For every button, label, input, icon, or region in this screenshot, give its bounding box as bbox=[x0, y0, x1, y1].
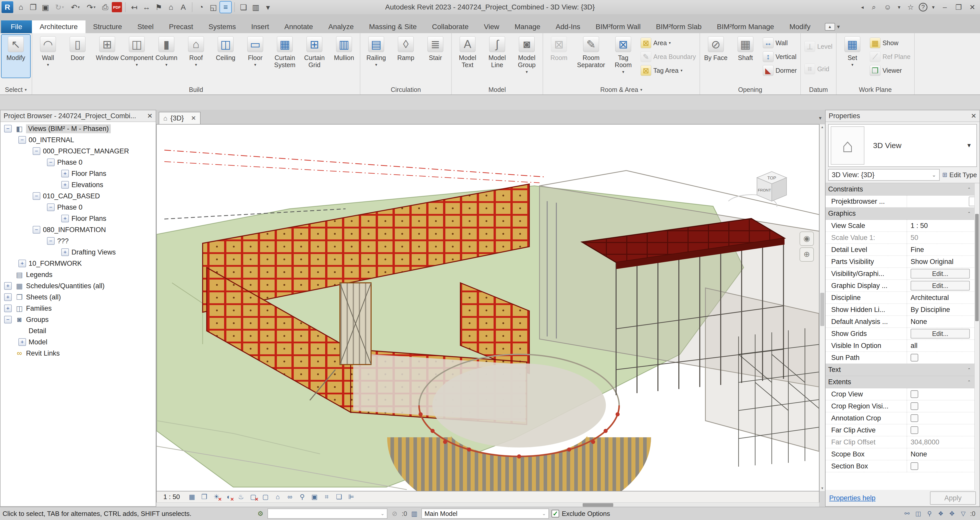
tree-item-detail[interactable]: −Detail bbox=[0, 325, 156, 337]
ceiling-button[interactable]: ◫Ceiling bbox=[211, 35, 240, 78]
property-value[interactable] bbox=[907, 352, 980, 364]
close-icon[interactable]: ✕ bbox=[967, 2, 978, 13]
curtain-system-button[interactable]: ▦Curtain System bbox=[270, 35, 299, 78]
tab-systems[interactable]: Systems bbox=[201, 21, 243, 33]
tree-item-080-information[interactable]: −080_INFORMATION bbox=[0, 224, 156, 235]
property-value[interactable] bbox=[907, 196, 980, 207]
search-icon[interactable]: ⌕ bbox=[868, 2, 880, 13]
exclude-options-toggle[interactable]: ✓ Exclude Options bbox=[552, 510, 610, 518]
type-selector-caret-icon[interactable]: ▼ bbox=[966, 142, 972, 149]
sync-icon[interactable]: ↻▾ bbox=[52, 2, 67, 13]
temporary-hide-isolate-icon[interactable]: ∞ bbox=[285, 493, 295, 502]
select-pinned-icon[interactable]: ⚲ bbox=[925, 509, 934, 518]
tab-precast[interactable]: Precast bbox=[161, 21, 201, 33]
tree-item-10-formwork[interactable]: +10_FORMWORK bbox=[0, 258, 156, 269]
wall-button[interactable]: ◠Wall▾ bbox=[34, 35, 62, 78]
section-icon[interactable]: ◱ bbox=[208, 2, 219, 13]
expand-icon[interactable]: + bbox=[4, 293, 12, 301]
property-value[interactable] bbox=[907, 388, 980, 400]
railing-button[interactable]: ▤Railing▾ bbox=[362, 35, 390, 78]
close-hidden-windows-icon[interactable]: ❏ bbox=[238, 2, 249, 13]
temporary-view-properties-icon[interactable]: ▣ bbox=[310, 493, 319, 502]
exclude-options-checkbox[interactable]: ✓ bbox=[552, 510, 559, 517]
customize-qat-icon[interactable]: ▾ bbox=[262, 2, 274, 13]
expand-icon[interactable]: + bbox=[4, 305, 12, 312]
panel-label-circulation[interactable]: Circulation bbox=[362, 85, 450, 94]
property-value[interactable] bbox=[907, 424, 980, 436]
viewcube[interactable]: TOP FRONT bbox=[729, 172, 787, 207]
switch-windows-icon[interactable]: ▥ bbox=[250, 2, 261, 13]
filter-icon[interactable]: ▽ bbox=[959, 509, 967, 518]
viewer-button[interactable]: ❒Viewer bbox=[868, 64, 913, 77]
aligned-dimension-icon[interactable]: ↤ bbox=[129, 2, 140, 13]
drag-on-selection-icon[interactable]: ✥ bbox=[948, 509, 956, 518]
property-value[interactable]: Edit... bbox=[907, 280, 980, 292]
property-value[interactable]: Edit... bbox=[907, 328, 980, 340]
crop-view-icon[interactable]: ▢✕ bbox=[248, 493, 258, 502]
model-group-button[interactable]: ◙Model Group▾ bbox=[512, 35, 541, 78]
tab-view[interactable]: View bbox=[476, 21, 507, 33]
property-value[interactable]: None bbox=[907, 448, 980, 460]
property-value[interactable]: 1 : 50 bbox=[907, 220, 980, 231]
panel-label-model[interactable]: Model bbox=[453, 85, 541, 94]
model-text-button[interactable]: AModel Text bbox=[453, 35, 482, 78]
panel-label-room-area[interactable]: Room & Area▾ bbox=[545, 85, 698, 94]
scroll-up-icon[interactable]: ▲ bbox=[820, 124, 825, 130]
mullion-button[interactable]: ▥Mullion bbox=[330, 35, 358, 78]
tree-item-views-bim-m-phasen[interactable]: −◧Views (BIM² - M - Phasen) bbox=[0, 123, 156, 134]
canvas-vertical-scrollbar[interactable]: ▲ ▼ bbox=[819, 124, 825, 491]
set-button[interactable]: ▦Set▾ bbox=[838, 35, 867, 78]
property-value[interactable]: all bbox=[907, 340, 980, 351]
property-value[interactable]: 304,8000 bbox=[907, 436, 980, 448]
tree-item-drafting-views[interactable]: +Drafting Views bbox=[0, 247, 156, 258]
tab-manage[interactable]: Manage bbox=[507, 21, 548, 33]
worksets-icon[interactable]: ⚙ bbox=[256, 509, 265, 518]
tab-steel[interactable]: Steel bbox=[130, 21, 161, 33]
tab-analyze[interactable]: Analyze bbox=[321, 21, 361, 33]
grid-button[interactable]: ⌗Grid bbox=[802, 63, 835, 75]
help-dropdown-icon[interactable]: ▾ bbox=[930, 2, 937, 13]
component-button[interactable]: ◫Component▾ bbox=[123, 35, 151, 78]
select-links-icon[interactable]: ⚯ bbox=[903, 509, 912, 518]
show-analytical-model-icon[interactable]: ⌗ bbox=[322, 493, 331, 502]
tree-item-model[interactable]: +Model bbox=[0, 337, 156, 348]
sun-path-checkbox[interactable] bbox=[911, 354, 918, 362]
restore-icon[interactable]: ❐ bbox=[953, 2, 964, 13]
instance-selector-combo[interactable]: 3D View: {3D} ⌄ bbox=[828, 169, 940, 181]
view-scale-button[interactable]: 1 : 50 bbox=[163, 493, 180, 501]
collapse-icon[interactable]: − bbox=[47, 158, 55, 166]
expand-icon[interactable]: + bbox=[61, 215, 69, 222]
tab-collaborate[interactable]: Collaborate bbox=[425, 21, 476, 33]
wall-button[interactable]: ↔Wall bbox=[761, 37, 799, 49]
modify-button[interactable]: ↖Modify bbox=[2, 35, 30, 78]
thin-lines-icon[interactable]: ≡ bbox=[220, 2, 231, 13]
horizontal-scroll-thumb[interactable] bbox=[583, 503, 613, 507]
tree-item-elevations[interactable]: +Elevations bbox=[0, 179, 156, 190]
home-icon[interactable]: ⌂ bbox=[15, 2, 27, 13]
tree-item-revit-links[interactable]: −∞Revit Links bbox=[0, 348, 156, 359]
property-value[interactable]: 50 bbox=[907, 232, 980, 244]
measure-icon[interactable]: ↔ bbox=[141, 2, 152, 13]
section-box-checkbox[interactable] bbox=[911, 462, 918, 470]
tag-room-button[interactable]: ⊠Tag Room▾ bbox=[609, 35, 638, 78]
graphic-display-edit-button[interactable]: Edit... bbox=[911, 281, 970, 290]
far-clip-active-checkbox[interactable] bbox=[911, 426, 918, 434]
collapse-icon[interactable]: − bbox=[33, 226, 40, 234]
view-tab-close-icon[interactable]: ✕ bbox=[191, 115, 196, 122]
expand-icon[interactable]: + bbox=[18, 338, 26, 346]
view-tab-list-button[interactable]: ▾ bbox=[819, 112, 821, 124]
panel-label-build[interactable]: Build bbox=[34, 85, 358, 94]
panel-label-select[interactable]: Select▾ bbox=[2, 85, 30, 94]
floor-button[interactable]: ▭Floor▾ bbox=[241, 35, 269, 78]
back-icon[interactable]: ◂ bbox=[859, 2, 865, 13]
by-face-button[interactable]: ⊘By Face bbox=[702, 35, 730, 78]
save-icon[interactable]: ▣ bbox=[40, 2, 51, 13]
dormer-button[interactable]: ◣Dormer bbox=[761, 64, 799, 77]
type-selector[interactable]: ⌂ 3D View ▼ bbox=[828, 124, 977, 167]
ribbon-collapse-button[interactable]: ▲ ▾ bbox=[825, 21, 840, 33]
tab-modify[interactable]: Modify bbox=[782, 21, 818, 33]
properties-close-icon[interactable]: ✕ bbox=[971, 112, 977, 120]
properties-scroll-thumb[interactable] bbox=[975, 214, 979, 321]
tag-icon[interactable]: ⚑ bbox=[153, 2, 164, 13]
tree-item-phase-0[interactable]: −Phase 0 bbox=[0, 157, 156, 168]
